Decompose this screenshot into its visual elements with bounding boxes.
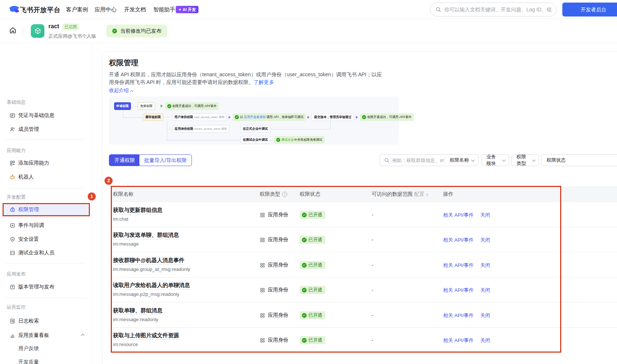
status-filter-dropdown[interactable]: 权限状态 bbox=[541, 154, 617, 166]
nav-item-assistant[interactable]: 智能助手 bbox=[153, 6, 175, 13]
permission-search[interactable]: 权限名称 bbox=[380, 154, 479, 166]
app-identity-icon bbox=[260, 237, 265, 243]
status-badge: 已开通 bbox=[300, 311, 325, 319]
sidebar-item-bot[interactable]: 机器人 bbox=[0, 170, 92, 184]
sidebar-item-members[interactable]: 成员管理 bbox=[0, 123, 92, 136]
permission-type-value: 应用身份 bbox=[268, 312, 288, 319]
chevron-up-icon[interactable] bbox=[81, 334, 85, 338]
sidebar-subitem-dev-quality[interactable]: 开发质量 bbox=[18, 359, 39, 364]
header-divider bbox=[23, 27, 23, 36]
flow-test-debug-node: 在测试企业中调试 bbox=[240, 136, 270, 144]
flow-connector bbox=[132, 106, 138, 107]
bar-chart-icon bbox=[10, 332, 15, 338]
published-status-text: 当前修改均已发布 bbox=[120, 28, 161, 34]
nav-item-app-center[interactable]: 应用中心 bbox=[95, 6, 117, 13]
help-icon[interactable]: ? bbox=[282, 192, 287, 197]
developer-console-button[interactable]: 开发者后台 bbox=[562, 3, 617, 16]
close-permission-link[interactable]: 关闭 bbox=[480, 237, 490, 243]
flow-arrow-icon bbox=[161, 104, 163, 107]
scope-value: - bbox=[372, 337, 373, 343]
flow-connector bbox=[123, 110, 123, 117]
sidebar-item-add-capability[interactable]: 添加应用能力 bbox=[0, 157, 92, 170]
col-action: 操作 bbox=[443, 191, 453, 198]
chevron-right-icon bbox=[425, 193, 428, 196]
flow-need-review-node: 需审核权限 bbox=[143, 113, 164, 121]
batch-import-export-button[interactable]: 批量导入/导出权限 bbox=[139, 154, 192, 166]
sidebar-item-events[interactable]: 事件与回调 bbox=[0, 219, 92, 232]
app-icon bbox=[31, 24, 44, 38]
table-header: 权限名称 权限类型? 权限状态 可访问的数据范围 配置 操作 bbox=[111, 186, 617, 202]
sidebar-item-permissions[interactable]: 权限管理 bbox=[0, 203, 92, 217]
flow-arrow-icon bbox=[356, 116, 358, 119]
page-description: 开通 API 权限后，应用才能以应用身份（tenant_access_token… bbox=[109, 71, 383, 86]
module-filter-dropdown[interactable]: 业务模块 bbox=[481, 154, 509, 166]
sidebar-divider bbox=[6, 263, 86, 264]
close-permission-link[interactable]: 关闭 bbox=[480, 262, 490, 269]
permission-search-input[interactable] bbox=[392, 158, 444, 163]
related-api-link[interactable]: 相关 API/事件 bbox=[443, 237, 474, 243]
related-api-link[interactable]: 相关 API/事件 bbox=[443, 312, 474, 319]
app-name: ract bbox=[48, 23, 59, 30]
status-badge: 已开通 bbox=[300, 236, 325, 244]
sidebar-item-security[interactable]: 安全设置 bbox=[0, 233, 92, 246]
sidebar-item-version-release[interactable]: 版本管理与发布 bbox=[0, 280, 92, 294]
app-header: ract 已启用 正式应用@飞书个人版 当前修改均已发布 bbox=[0, 19, 617, 43]
search-field-select[interactable]: 权限名称 bbox=[450, 157, 469, 163]
ai-dev-badge[interactable]: ✦ AI 开发 bbox=[176, 6, 198, 13]
close-permission-link[interactable]: 关闭 bbox=[480, 287, 490, 294]
collapse-intro-link[interactable]: 收起介绍 bbox=[109, 87, 132, 94]
id-card-icon bbox=[10, 113, 15, 118]
related-api-link[interactable]: 相关 API/事件 bbox=[443, 262, 474, 269]
sidebar-item-quality-board[interactable]: 应用质量看板 bbox=[0, 329, 92, 342]
grid-plus-icon bbox=[10, 160, 15, 166]
learn-more-link[interactable]: 了解更多 bbox=[253, 79, 274, 85]
related-api-link[interactable]: 相关 API/事件 bbox=[443, 287, 474, 294]
user-plus-icon bbox=[10, 126, 15, 132]
flow-arrow-icon bbox=[307, 116, 310, 119]
nav-item-cases[interactable]: 客户案例 bbox=[66, 6, 88, 13]
event-callback-icon bbox=[10, 223, 15, 228]
check-circle-icon bbox=[112, 29, 117, 33]
status-badge: 已开通 bbox=[300, 336, 325, 344]
sidebar-section-basic: 基础信息 bbox=[7, 99, 26, 106]
shield-check-icon bbox=[10, 236, 15, 242]
search-icon bbox=[384, 158, 390, 163]
flow-tenant-token-node: 应用身份权限tenant_access_token 调用 bbox=[172, 125, 229, 133]
app-subtitle: 正式应用@飞书个人版 bbox=[48, 33, 96, 40]
scope-config-link[interactable]: 配置 bbox=[414, 191, 428, 197]
robot-icon bbox=[10, 174, 15, 180]
flow-connector bbox=[123, 117, 143, 118]
close-permission-link[interactable]: 关闭 bbox=[480, 312, 490, 319]
feishu-logo-icon bbox=[9, 4, 20, 15]
permission-type-value: 应用身份 bbox=[268, 337, 288, 343]
flow-review-chain: 需审核权限 用户身份权限user_access_token 调用 以应用开发者身… bbox=[143, 113, 414, 121]
related-api-link[interactable]: 相关 API/事件 bbox=[443, 337, 474, 344]
open-permission-button[interactable]: 开通权限 bbox=[109, 154, 140, 166]
close-permission-link[interactable]: 关闭 bbox=[480, 337, 490, 344]
home-icon[interactable] bbox=[9, 26, 17, 34]
flow-dev-debug-node: 以应用开发者身份调用 API，免审核即可调试 bbox=[233, 113, 306, 121]
check-circle-icon bbox=[276, 138, 280, 142]
sidebar-section-monitor: 运营监控 bbox=[7, 304, 26, 310]
app-identity-icon bbox=[260, 212, 265, 218]
sidebar-divider bbox=[6, 139, 86, 140]
flow-user-token-node: 用户身份权限user_access_token 调用 bbox=[172, 113, 227, 121]
flow-no-review-node: 免审权限 bbox=[138, 102, 155, 110]
sidebar-item-log-search[interactable]: 日志检索 bbox=[0, 315, 92, 328]
annotation-step-1-badge: 1 bbox=[88, 192, 96, 201]
sidebar-item-credentials[interactable]: 凭证与基础信息 bbox=[0, 109, 92, 122]
related-api-link[interactable]: 相关 API/事件 bbox=[443, 212, 474, 218]
global-search[interactable] bbox=[430, 3, 557, 16]
sidebar-item-test-enterprise[interactable]: 测试企业和人员 bbox=[0, 246, 92, 260]
global-search-input[interactable] bbox=[444, 7, 551, 12]
dev-identity-link[interactable]: 应用开发者身份 bbox=[244, 114, 266, 121]
table-row: 获取与上传图片或文件资源im:resource 应用身份 已开通 - 相关 AP… bbox=[111, 328, 617, 353]
type-filter-dropdown[interactable]: 权限类型 bbox=[511, 154, 539, 166]
chevron-down-icon bbox=[471, 158, 475, 162]
sidebar-subitem-user-feedback[interactable]: 用户反馈 bbox=[18, 345, 39, 352]
nav-item-docs[interactable]: 开发文档 bbox=[124, 6, 146, 13]
table-row: 获取与发送单聊、群组消息im:message 应用身份 已开通 - 相关 API… bbox=[111, 227, 617, 252]
table-row: 读取用户发给机器人的单聊消息im:message.p2p_msg:readonl… bbox=[111, 277, 617, 302]
close-permission-link[interactable]: 关闭 bbox=[480, 212, 490, 218]
test-enterprise-link[interactable]: 测试企业 bbox=[281, 136, 294, 143]
